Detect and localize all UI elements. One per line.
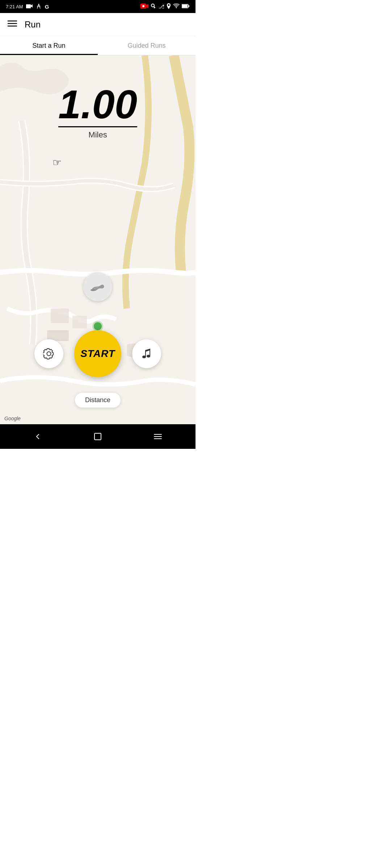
- svg-rect-7: [154, 7, 155, 8]
- back-button[interactable]: [22, 429, 53, 444]
- bluetooth-icon: ⎇: [159, 4, 164, 9]
- home-button[interactable]: [83, 429, 113, 444]
- distance-display: 1.00 Miles: [58, 84, 137, 140]
- route-icon: [35, 4, 42, 10]
- menu-button[interactable]: [143, 429, 173, 444]
- svg-rect-11: [188, 5, 189, 7]
- time-display: 7:21 AM: [6, 4, 23, 9]
- google-icon: G: [45, 4, 49, 10]
- tab-guided-runs[interactable]: Guided Runs: [98, 36, 196, 55]
- music-icon: [141, 348, 152, 359]
- nav-bar: [0, 424, 196, 449]
- distance-mode-label: Distance: [85, 396, 110, 404]
- svg-point-5: [151, 4, 154, 7]
- distance-unit: Miles: [58, 130, 137, 140]
- record-icon: [140, 3, 148, 10]
- start-label: START: [80, 348, 115, 359]
- svg-point-8: [176, 7, 177, 8]
- location-icon: [167, 3, 171, 10]
- start-button[interactable]: START: [74, 330, 121, 377]
- menu-lines-icon: [154, 433, 162, 440]
- gear-icon: [43, 348, 55, 359]
- gps-location-dot: [94, 322, 102, 330]
- shoe-button[interactable]: [83, 272, 112, 301]
- hamburger-icon[interactable]: [7, 20, 17, 30]
- back-icon: [33, 432, 42, 441]
- google-watermark: Google: [4, 416, 21, 421]
- svg-rect-10: [182, 5, 188, 8]
- svg-point-20: [91, 289, 96, 291]
- home-square-icon: [94, 433, 102, 441]
- svg-point-4: [142, 5, 144, 7]
- svg-rect-17: [51, 309, 69, 323]
- svg-marker-3: [146, 4, 148, 8]
- tab-start-run[interactable]: Start a Run: [0, 36, 98, 55]
- camera-icon: [26, 4, 33, 9]
- app-title: Run: [25, 20, 41, 30]
- music-button[interactable]: [132, 339, 161, 368]
- svg-marker-1: [31, 4, 33, 8]
- app-bar: Run: [0, 13, 196, 36]
- key-icon: [151, 3, 156, 10]
- bottom-controls: START: [34, 330, 161, 377]
- status-bar: 7:21 AM G: [0, 0, 196, 13]
- tab-bar: Start a Run Guided Runs: [0, 36, 196, 55]
- battery-icon: [182, 4, 190, 9]
- wifi-icon: [173, 4, 180, 10]
- distance-mode-pill[interactable]: Distance: [75, 393, 121, 408]
- shoe-icon: [90, 279, 106, 295]
- distance-value: 1.00: [58, 84, 137, 127]
- map-container: 1.00 Miles START: [0, 55, 196, 424]
- status-left: 7:21 AM G: [6, 4, 49, 10]
- settings-button[interactable]: [34, 339, 63, 368]
- svg-rect-21: [94, 433, 101, 440]
- status-right: ⎇: [140, 3, 190, 10]
- svg-rect-18: [72, 316, 87, 328]
- svg-rect-0: [26, 4, 31, 8]
